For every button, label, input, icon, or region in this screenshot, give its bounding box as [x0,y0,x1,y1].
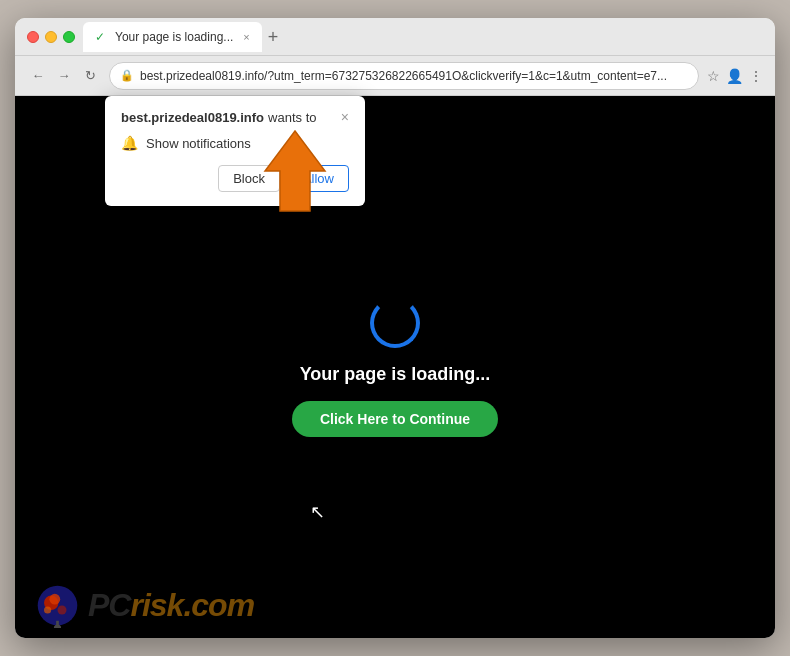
popup-close-icon[interactable]: × [341,110,349,124]
popup-header-text: best.prizedeal0819.info wants to [121,110,316,125]
new-tab-button[interactable]: + [268,28,279,46]
bell-icon: 🔔 [121,135,138,151]
tab-title: Your page is loading... [115,30,233,44]
forward-button[interactable]: → [53,65,75,87]
popup-notification-row: 🔔 Show notifications [121,135,349,151]
tab-close-icon[interactable]: × [243,31,249,43]
title-bar: ✓ Your page is loading... × + [15,18,775,56]
svg-point-3 [49,594,60,605]
pcrisk-logo [35,583,80,628]
traffic-lights [27,31,75,43]
popup-wants-text: wants to [268,110,316,125]
popup-notification-text: Show notifications [146,136,251,151]
address-actions: ☆ 👤 ⋮ [707,68,763,84]
page-content: Your page is loading... Click Here to Co… [292,298,498,437]
loading-spinner [370,298,420,348]
tab-bar: ✓ Your page is loading... × + [83,22,763,52]
account-icon[interactable]: 👤 [726,68,743,84]
watermark-risk: risk.com [130,587,254,623]
bookmark-icon[interactable]: ☆ [707,68,720,84]
popup-header: best.prizedeal0819.info wants to × [121,110,349,125]
nav-buttons: ← → ↻ [27,65,101,87]
popup-site-name: best.prizedeal0819.info [121,110,264,125]
menu-icon[interactable]: ⋮ [749,68,763,84]
browser-tab[interactable]: ✓ Your page is loading... × [83,22,262,52]
loading-text: Your page is loading... [300,364,491,385]
maximize-traffic-light[interactable] [63,31,75,43]
refresh-button[interactable]: ↻ [79,65,101,87]
tab-favicon-icon: ✓ [95,30,109,44]
popup-buttons: Block Allow [121,165,349,192]
svg-point-4 [58,606,67,615]
watermark: PCrisk.com [35,583,254,628]
watermark-text: PCrisk.com [88,587,254,624]
watermark-pc: PC [88,587,130,623]
minimize-traffic-light[interactable] [45,31,57,43]
allow-button[interactable]: Allow [288,165,349,192]
continue-button[interactable]: Click Here to Continue [292,401,498,437]
notification-popup: best.prizedeal0819.info wants to × 🔔 Sho… [105,96,365,206]
block-button[interactable]: Block [218,165,280,192]
browser-content: best.prizedeal0819.info wants to × 🔔 Sho… [15,96,775,638]
svg-point-5 [44,606,51,613]
back-button[interactable]: ← [27,65,49,87]
lock-icon: 🔒 [120,69,134,82]
cursor-icon: ↖ [310,501,325,523]
browser-window: ✓ Your page is loading... × + ← → ↻ 🔒 be… [15,18,775,638]
address-url: best.prizedeal0819.info/?utm_term=673275… [140,69,688,83]
address-field[interactable]: 🔒 best.prizedeal0819.info/?utm_term=6732… [109,62,699,90]
address-bar: ← → ↻ 🔒 best.prizedeal0819.info/?utm_ter… [15,56,775,96]
close-traffic-light[interactable] [27,31,39,43]
